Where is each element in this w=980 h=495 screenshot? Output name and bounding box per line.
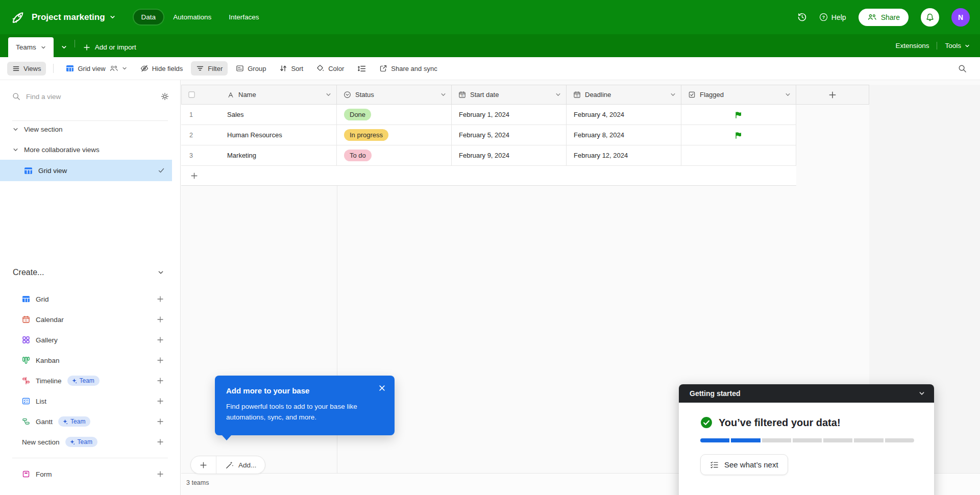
table-row[interactable]: 1 Sales Done February 1, 2024 February 4… <box>181 105 796 125</box>
grid-view-button[interactable]: Grid view <box>61 61 132 76</box>
create-item-timeline[interactable]: Timeline Team <box>0 370 180 391</box>
cell-flagged[interactable] <box>681 105 796 125</box>
plus-icon[interactable] <box>157 336 164 343</box>
cell-status[interactable]: In progress <box>337 125 452 145</box>
column-header-name[interactable]: Name <box>181 85 337 105</box>
cell-status[interactable]: Done <box>337 105 452 125</box>
cell-start-date[interactable]: February 5, 2024 <box>452 125 567 145</box>
create-section-header[interactable]: Create... <box>13 265 164 280</box>
cell-name[interactable]: 1 Sales <box>181 105 337 125</box>
extensions-button[interactable]: Extensions <box>895 42 929 50</box>
share-and-sync-button[interactable]: Share and sync <box>374 61 442 76</box>
cell-start-date[interactable]: February 9, 2024 <box>452 145 567 166</box>
cell-name[interactable]: 3 Marketing <box>181 145 337 166</box>
team-badge: Team <box>65 437 97 447</box>
row-number: 2 <box>189 132 200 139</box>
getting-started-panel: Getting started You’ve filtered your dat… <box>679 384 934 495</box>
create-item-kanban[interactable]: Kanban <box>0 350 180 370</box>
help-button[interactable]: ? Help <box>819 13 846 21</box>
table-row[interactable]: 2 Human Resources In progress February 5… <box>181 125 796 145</box>
group-button[interactable]: Group <box>231 61 271 76</box>
checklist-icon <box>710 460 719 469</box>
table-tab-teams[interactable]: Teams <box>8 37 54 57</box>
plus-icon[interactable] <box>157 295 164 303</box>
column-header-flagged[interactable]: Flagged <box>681 85 796 105</box>
plus-icon[interactable] <box>157 471 164 478</box>
find-view-input[interactable] <box>26 93 155 101</box>
app-header-actions: ? Help Share N <box>797 8 970 27</box>
column-header-status[interactable]: Status <box>337 85 452 105</box>
table-list-dropdown[interactable] <box>54 37 75 57</box>
create-item-new-section[interactable]: New section Team <box>0 432 180 452</box>
create-item-gallery[interactable]: Gallery <box>0 330 180 350</box>
sidebar-section-more-collaborative-views[interactable]: More collaborative views <box>0 142 180 157</box>
cell-deadline[interactable]: February 12, 2024 <box>567 145 681 166</box>
tab-interfaces[interactable]: Interfaces <box>221 10 266 24</box>
plus-icon[interactable] <box>157 316 164 323</box>
plus-icon[interactable] <box>157 438 164 445</box>
create-item-calendar[interactable]: 31 Calendar <box>0 309 180 330</box>
views-toggle-button[interactable]: Views <box>7 62 46 76</box>
tab-automations[interactable]: Automations <box>165 10 219 24</box>
getting-started-header[interactable]: Getting started <box>679 384 934 403</box>
close-icon[interactable] <box>379 385 385 391</box>
tools-button[interactable]: Tools <box>945 42 970 50</box>
chevron-down-icon[interactable] <box>555 92 561 97</box>
select-all-checkbox[interactable] <box>188 91 195 98</box>
cell-start-date[interactable]: February 1, 2024 <box>452 105 567 125</box>
date-field-icon: 31 <box>458 91 466 98</box>
view-label: Grid view <box>38 167 67 175</box>
plus-icon[interactable] <box>157 418 164 425</box>
add-field-button[interactable] <box>796 85 869 105</box>
add-or-import-button[interactable]: Add or import <box>77 37 142 57</box>
column-header-deadline[interactable]: 31 Deadline <box>567 85 681 105</box>
cell-flagged[interactable] <box>681 145 796 166</box>
rocket-logo-icon <box>10 10 26 25</box>
base-title-menu[interactable]: Project marketing <box>32 12 115 22</box>
sidebar-item-grid-view-selected[interactable]: Grid view <box>0 160 172 181</box>
see-whats-next-button[interactable]: See what’s next <box>700 454 788 475</box>
hide-fields-label: Hide fields <box>152 65 183 72</box>
chevron-down-icon <box>919 390 925 397</box>
chevron-down-icon[interactable] <box>670 92 676 97</box>
plus-icon[interactable] <box>157 357 164 364</box>
tools-label: Tools <box>945 42 961 50</box>
hide-fields-button[interactable]: Hide fields <box>135 61 188 76</box>
table-row[interactable]: 3 Marketing To do February 9, 2024 Febru… <box>181 145 796 166</box>
row-number: 1 <box>189 111 200 118</box>
sidebar-section-view-section[interactable]: View section <box>0 122 180 136</box>
cell-deadline[interactable]: February 4, 2024 <box>567 105 681 125</box>
gear-icon[interactable] <box>161 92 169 101</box>
filter-label: Filter <box>208 65 223 72</box>
search-icon[interactable] <box>952 61 973 76</box>
plus-icon[interactable] <box>157 398 164 405</box>
tab-data[interactable]: Data <box>134 10 164 24</box>
plus-icon[interactable] <box>157 377 164 384</box>
cell-flagged[interactable] <box>681 125 796 145</box>
create-item-grid[interactable]: Grid <box>0 289 180 309</box>
create-item-gantt[interactable]: Gantt Team <box>0 411 180 432</box>
row-height-button[interactable] <box>352 61 371 76</box>
cell-deadline[interactable]: February 8, 2024 <box>567 125 681 145</box>
cell-name[interactable]: 2 Human Resources <box>181 125 337 145</box>
filter-button[interactable]: Filter <box>191 61 228 76</box>
chevron-down-icon[interactable] <box>440 92 446 97</box>
share-button[interactable]: Share <box>859 9 909 26</box>
notifications-button[interactable] <box>921 8 939 27</box>
history-icon[interactable] <box>797 12 807 22</box>
column-header-start-date[interactable]: 31 Start date <box>452 85 567 105</box>
cell-status[interactable]: To do <box>337 145 452 166</box>
ai-add-button[interactable]: Add... <box>216 456 265 474</box>
add-record-button[interactable] <box>191 456 216 474</box>
sort-button[interactable]: Sort <box>274 61 308 76</box>
create-item-form[interactable]: Form <box>0 464 180 484</box>
chevron-down-icon[interactable] <box>326 92 331 97</box>
color-button[interactable]: Color <box>311 61 349 76</box>
create-item-list[interactable]: List <box>0 391 180 411</box>
progress-segment <box>854 438 883 442</box>
section-label: View section <box>24 126 63 133</box>
avatar[interactable]: N <box>951 8 970 27</box>
divider <box>12 458 168 458</box>
add-record-row[interactable] <box>181 166 796 186</box>
chevron-down-icon[interactable] <box>785 92 791 97</box>
